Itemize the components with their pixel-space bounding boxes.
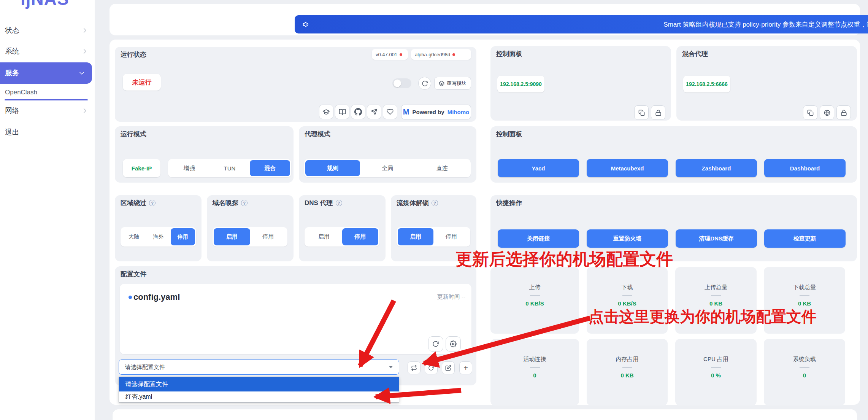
dashboard-button[interactable]: Dashboard [764, 159, 846, 177]
stat-cpu: CPU 占用0 % [675, 339, 757, 406]
proxy-mode-option-selected[interactable]: 规则 [305, 160, 360, 176]
sidebar-item-status[interactable]: 状态 [0, 23, 95, 38]
copy-icon [638, 110, 645, 116]
override-module-label: 覆写模块 [447, 80, 467, 87]
sidebar-item-logout[interactable]: 退出 [0, 125, 95, 140]
config-option-placeholder[interactable]: 请选择配置文件 [119, 377, 399, 391]
reset-firewall-button[interactable]: 重置防火墙 [587, 229, 668, 248]
openclash-page: ijNAS 状态 系统 服务 OpenClash 网络 退出 [0, 0, 868, 420]
segment-option[interactable]: 停用 [433, 228, 469, 245]
auth-settings-button[interactable] [651, 105, 665, 120]
card-title: 运行模式 [121, 130, 146, 138]
edit-config-button[interactable] [442, 361, 455, 374]
add-config-button[interactable]: + [459, 361, 472, 374]
domain-sniffing-segment: 启用 停用 [213, 227, 287, 247]
segment-option-selected[interactable]: 启用 [398, 228, 433, 245]
segment-option[interactable]: 启用 [306, 228, 342, 245]
divider [530, 367, 540, 368]
streaming-unlock-segment: 启用 停用 [397, 227, 470, 247]
sidebar-item-services[interactable]: 服务 [0, 62, 92, 84]
sidebar-item-label: 退出 [5, 127, 19, 137]
auth-settings-button[interactable] [836, 105, 851, 120]
powered-by-text: Powered by [412, 109, 444, 115]
help-icon[interactable]: ? [336, 200, 342, 206]
sidebar-item-network[interactable]: 网络 [0, 103, 95, 118]
config-select-dropdown: 请选择配置文件 红杏.yaml [119, 377, 399, 402]
close-connections-button[interactable]: 关闭链接 [498, 229, 579, 248]
segment-option[interactable]: 海外 [146, 228, 170, 245]
config-select[interactable]: 请选择配置文件 [119, 360, 399, 375]
lan-access-button[interactable] [820, 105, 834, 120]
divider [800, 367, 809, 368]
update-config-button[interactable] [425, 361, 438, 374]
lock-icon [655, 110, 662, 116]
copy-address-button[interactable] [803, 105, 817, 120]
stat-active-connections: 活动连接0 [490, 339, 579, 406]
check-update-button[interactable]: 检查更新 [764, 229, 846, 248]
run-mode-card: 运行模式 Fake-IP 增强 TUN 混合 [115, 126, 294, 183]
sponsor-button[interactable] [383, 105, 397, 119]
segment-option[interactable]: 大陆 [122, 228, 146, 245]
megaphone-icon [302, 20, 311, 29]
run-mode-option[interactable]: TUN [209, 160, 250, 176]
book-icon [339, 108, 346, 116]
run-mode-option[interactable]: 增强 [169, 160, 209, 176]
proxy-mode-option[interactable]: 直连 [415, 160, 470, 176]
heart-icon [387, 108, 394, 115]
stat-label: 下载 [622, 284, 633, 291]
segment-option-selected[interactable]: 停用 [342, 228, 379, 245]
update-dot-icon [452, 53, 455, 56]
help-icon[interactable]: ? [149, 200, 156, 206]
segment-option-selected[interactable]: 停用 [171, 228, 195, 245]
card-title: 混合代理 [682, 49, 708, 58]
help-icon[interactable]: ? [432, 200, 438, 206]
run-mode-option-selected[interactable]: 混合 [250, 160, 290, 176]
copy-address-button[interactable] [634, 105, 649, 120]
copy-icon [807, 110, 814, 116]
control-panel-address-card: 控制面板 192.168.2.5:9090 [490, 46, 671, 121]
config-settings-button[interactable] [446, 336, 461, 352]
stat-value: 0 KB [798, 300, 811, 307]
override-module-button[interactable]: 覆写模块 [434, 77, 471, 90]
docs-button[interactable] [335, 105, 349, 119]
core-version-badge[interactable]: alpha-g0ced98d [411, 49, 471, 60]
version-badge[interactable]: v0.47.001 [372, 49, 408, 60]
help-icon[interactable]: ? [241, 200, 248, 206]
announcement-text: Smart 策略组内核现已支持 policy-priority 参数来自定义调整… [663, 15, 868, 33]
switch-config-button[interactable] [408, 361, 421, 374]
refresh-status-button[interactable] [418, 77, 431, 90]
sidebar-item-system[interactable]: 系统 [0, 44, 95, 59]
proxy-mode-card: 代理模式 规则 全局 直连 [299, 126, 476, 183]
app-logo: ijNAS [21, 0, 69, 9]
powered-by-mihomo-button[interactable]: M Powered by Mihomo [401, 105, 471, 119]
stat-load: 系统负载0 [764, 339, 845, 406]
metacubexd-button[interactable]: Metacubexd [587, 159, 668, 177]
telegram-button[interactable] [367, 105, 381, 119]
stat-label: 内存占用 [616, 356, 639, 363]
segment-option-selected[interactable]: 启用 [214, 228, 250, 245]
config-option-file[interactable]: 红杏.yaml [119, 391, 399, 402]
config-file-card: 配置文件 config.yaml 更新时间 -- 请选择配置文件 + [115, 266, 476, 385]
stat-memory: 内存占用0 KB [587, 339, 668, 406]
domain-sniffing-card: 域名嗅探? 启用 停用 [207, 195, 294, 261]
next-section-card [112, 409, 857, 420]
card-title: 控制面板 [496, 49, 522, 58]
clear-dns-cache-button[interactable]: 清理DNS缓存 [676, 229, 757, 248]
github-button[interactable] [351, 105, 365, 119]
proxy-mode-option[interactable]: 全局 [360, 160, 415, 176]
service-toggle[interactable] [392, 78, 411, 88]
wiki-button[interactable] [319, 105, 333, 119]
segment-option[interactable]: 停用 [250, 228, 287, 245]
sidebar-item-openclash[interactable]: OpenClash [0, 85, 95, 100]
announcement-banner[interactable]: Smart 策略组内核现已支持 policy-priority 参数来自定义调整… [295, 15, 868, 33]
sidebar-item-label: 状态 [5, 25, 19, 35]
yacd-button[interactable]: Yacd [498, 159, 579, 177]
stat-value: 0 KB [620, 372, 633, 379]
chevron-right-icon [81, 27, 88, 34]
divider [622, 295, 632, 296]
zashboard-button[interactable]: Zashboard [676, 159, 757, 177]
update-dot-icon [400, 53, 402, 56]
config-select-value: 请选择配置文件 [125, 364, 165, 371]
reload-config-button[interactable] [428, 336, 443, 352]
sidebar-item-label: 系统 [5, 46, 19, 56]
